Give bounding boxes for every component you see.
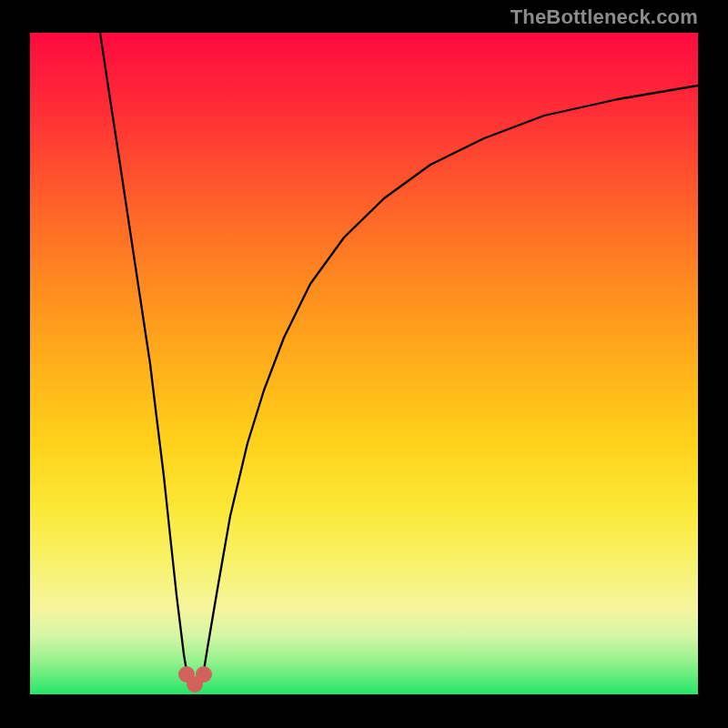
bottom-right-dot <box>196 666 212 682</box>
watermark-text: TheBottleneck.com <box>511 5 698 29</box>
chart-frame: TheBottleneck.com <box>0 0 728 728</box>
right-branch-line <box>202 86 698 682</box>
left-branch-line <box>100 33 188 682</box>
chart-svg <box>30 33 698 694</box>
